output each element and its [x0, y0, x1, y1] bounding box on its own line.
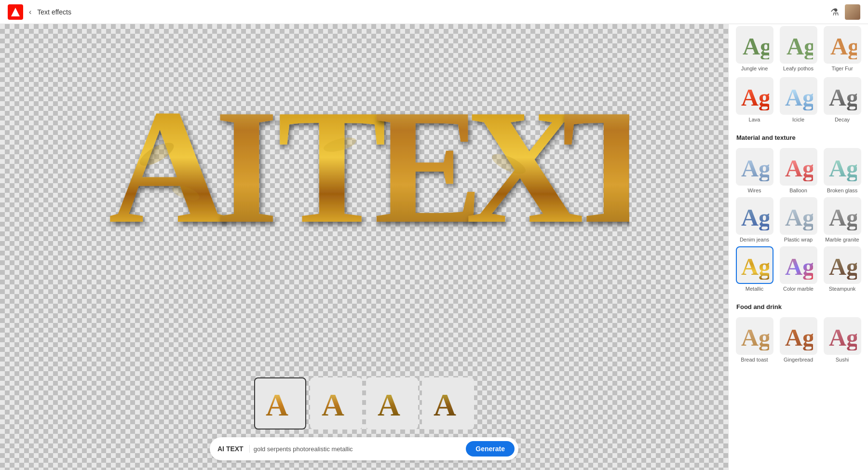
style-thumb-color-marble: Ag	[780, 246, 817, 284]
thumbnail-3-preview: A	[373, 384, 411, 423]
style-item-decay[interactable]: Ag Decay	[822, 77, 862, 122]
style-label-marble-granite: Marble granite	[825, 237, 859, 242]
style-item-leafy-pothos[interactable]: Ag Leafy pothos	[778, 26, 818, 71]
letter-T: T	[277, 76, 387, 241]
svg-text:A: A	[322, 388, 344, 422]
style-item-color-marble[interactable]: Ag Color marble	[778, 246, 818, 292]
canvas-area: A I T E X T	[0, 24, 728, 470]
style-thumb-jungle-vine: Ag	[736, 26, 773, 64]
style-thumb-plastic-wrap: Ag	[780, 197, 817, 235]
style-label-balloon: Balloon	[789, 188, 807, 193]
svg-text:Ag: Ag	[741, 204, 769, 230]
style-item-gingerbread[interactable]: Ag Gingerbread	[778, 317, 818, 363]
svg-text:Ag: Ag	[785, 324, 813, 350]
style-thumb-denim-jeans: Ag	[736, 197, 773, 235]
style-item-metallic[interactable]: Ag Metallic	[734, 246, 774, 292]
thumbnail-1[interactable]: A	[254, 377, 306, 430]
style-thumb-steampunk: Ag	[824, 246, 861, 284]
letter-A: A	[108, 76, 227, 241]
style-label-bread-toast: Bread toast	[741, 357, 768, 363]
style-thumb-bread-toast: Ag	[736, 317, 773, 355]
style-item-balloon[interactable]: Ag Balloon	[778, 148, 818, 193]
style-item-sushi[interactable]: Ag Sushi	[822, 317, 862, 363]
thumbnail-3[interactable]: A	[366, 377, 418, 430]
style-item-icicle[interactable]: Ag Icicle	[778, 77, 818, 122]
style-label-leafy-pothos: Leafy pothos	[783, 66, 814, 71]
back-button[interactable]: ‹	[29, 8, 31, 16]
svg-text:Ag: Ag	[829, 204, 857, 230]
page-title: Text effects	[37, 8, 71, 16]
back-icon: ‹	[29, 8, 31, 16]
ai-text-svg: A I T E X T	[99, 58, 629, 241]
style-label-plastic-wrap: Plastic wrap	[784, 237, 813, 242]
style-item-marble-granite[interactable]: Ag Marble granite	[822, 197, 862, 242]
adobe-logo	[8, 4, 23, 20]
style-item-denim-jeans[interactable]: Ag Denim jeans	[734, 197, 774, 242]
style-item-wires[interactable]: Ag Wires	[734, 148, 774, 193]
style-label-metallic: Metallic	[746, 286, 763, 292]
style-thumb-decay: Ag	[824, 77, 861, 115]
thumbnails-bar: A A	[250, 374, 478, 433]
food-style-grid: Ag Bread toast Ag	[729, 317, 868, 368]
avatar[interactable]	[845, 4, 860, 20]
main-area: A I T E X T	[0, 24, 868, 470]
style-thumb-sushi: Ag	[824, 317, 861, 355]
svg-text:A: A	[434, 388, 456, 422]
style-thumb-icicle: Ag	[780, 77, 817, 115]
food-section-header: Food and drink	[729, 297, 868, 317]
svg-text:Ag: Ag	[741, 84, 769, 110]
thumbnail-4[interactable]: A	[422, 377, 474, 430]
svg-text:Ag: Ag	[829, 324, 857, 350]
generate-button[interactable]: Generate	[466, 441, 515, 457]
style-item-bread-toast[interactable]: Ag Bread toast	[734, 317, 774, 363]
material-section-title: Material and texture	[736, 134, 860, 141]
svg-text:A: A	[378, 388, 400, 422]
style-label-wires: Wires	[747, 188, 761, 193]
style-label-color-marble: Color marble	[783, 286, 814, 292]
svg-text:Ag: Ag	[829, 253, 857, 280]
thumbnail-4-preview: A	[429, 384, 467, 423]
style-label-sushi: Sushi	[836, 357, 849, 363]
style-item-broken-glass[interactable]: Ag Broken glass	[822, 148, 862, 193]
style-thumb-balloon: Ag	[780, 148, 817, 186]
style-label-broken-glass: Broken glass	[827, 188, 858, 193]
style-thumb-metallic: Ag	[736, 246, 773, 284]
style-thumb-leafy-pothos: Ag	[780, 26, 817, 64]
svg-text:A: A	[266, 388, 288, 422]
style-item-tiger-fur[interactable]: Ag Tiger Fur	[822, 26, 862, 71]
thumbnail-2-preview: A	[317, 384, 355, 423]
material-style-grid: Ag Wires Ag	[729, 148, 868, 297]
style-thumb-wires: Ag	[736, 148, 773, 186]
style-item-lava[interactable]: Ag Lava	[734, 77, 774, 122]
svg-text:Ag: Ag	[829, 155, 857, 181]
svg-text:Ag: Ag	[741, 324, 769, 350]
style-item-jungle-vine[interactable]: Ag Jungle vine	[734, 26, 774, 71]
svg-text:Ag: Ag	[785, 204, 813, 230]
svg-text:Ag: Ag	[741, 155, 769, 181]
prompt-input[interactable]	[254, 445, 462, 453]
svg-text:Ag: Ag	[741, 253, 769, 280]
input-bar: AI TEXT Generate	[210, 437, 518, 460]
style-label-tiger-fur: Tiger Fur	[831, 66, 853, 71]
style-thumb-broken-glass: Ag	[824, 148, 861, 186]
style-item-steampunk[interactable]: Ag Steampunk	[822, 246, 862, 292]
style-thumb-tiger-fur: Ag	[824, 26, 861, 64]
style-thumb-gingerbread: Ag	[780, 317, 817, 355]
svg-text:Ag: Ag	[829, 84, 857, 110]
svg-text:Ag: Ag	[785, 155, 813, 181]
flask-icon[interactable]: ⚗	[830, 6, 839, 18]
style-label-lava: Lava	[749, 117, 760, 122]
input-text-label: AI TEXT	[217, 445, 250, 453]
letter-T2: T	[562, 76, 629, 241]
svg-text:Ag: Ag	[785, 84, 813, 110]
thumbnail-2[interactable]: A	[310, 377, 362, 430]
svg-text:Ag: Ag	[787, 33, 813, 59]
top-style-row: Ag Jungle vine Ag Leafy pothos Ag	[729, 24, 868, 77]
food-section-title: Food and drink	[736, 303, 860, 310]
style-thumb-lava: Ag	[736, 77, 773, 115]
svg-text:Ag: Ag	[743, 33, 769, 59]
style-item-plastic-wrap[interactable]: Ag Plastic wrap	[778, 197, 818, 242]
svg-text:Ag: Ag	[785, 253, 813, 280]
style-thumb-marble-granite: Ag	[824, 197, 861, 235]
style-label-decay: Decay	[835, 117, 850, 122]
